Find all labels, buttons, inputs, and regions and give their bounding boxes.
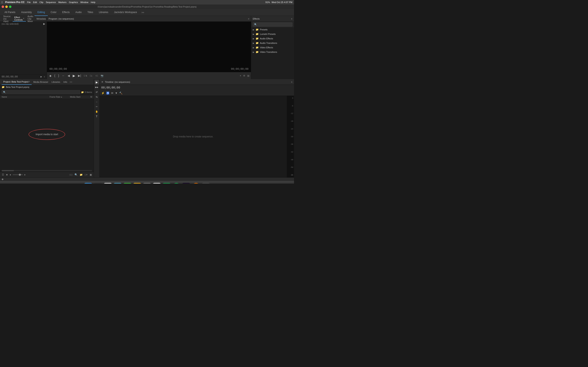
dock-launchpad[interactable]: 🚀: [94, 183, 103, 184]
monitor-overwrite-btn[interactable]: □↓: [89, 74, 93, 77]
workspace-tab-audio[interactable]: Audio: [72, 9, 85, 16]
fullscreen-button[interactable]: [9, 6, 11, 8]
tab-media-browser[interactable]: Media Browser: [32, 79, 50, 85]
sort-icon[interactable]: ♦: [24, 173, 26, 176]
new-bin-btn[interactable]: □□: [69, 173, 73, 176]
monitor-insert-btn[interactable]: □↴: [83, 74, 88, 77]
monitor-mark-out-btn[interactable]: }: [57, 74, 60, 78]
monitor-step-back-btn[interactable]: ◀: [67, 74, 71, 78]
monitor-lift-btn[interactable]: ↑□: [95, 74, 99, 77]
new-bin-icon[interactable]: 📁: [81, 91, 84, 94]
dock-word[interactable]: 📄: [162, 183, 171, 184]
tool-slip[interactable]: ✋: [95, 109, 99, 114]
zoom-slider[interactable]: [13, 174, 23, 175]
col-framerate-header[interactable]: Frame Rate ▲: [50, 96, 70, 98]
source-export-icon[interactable]: ⇧: [44, 75, 45, 78]
list-view-icon[interactable]: ☰: [1, 173, 5, 176]
tl-tool-snap[interactable]: ⚡: [101, 92, 104, 95]
menu-window[interactable]: Window: [80, 1, 88, 3]
menu-graphics[interactable]: Graphics: [69, 1, 78, 3]
tool-rate-stretch[interactable]: ↔: [95, 100, 99, 104]
search-btn[interactable]: 🔍: [74, 173, 78, 176]
menu-help[interactable]: Help: [91, 1, 95, 3]
dock-finder[interactable]: 😁: [84, 183, 93, 184]
expand-arrow-icon[interactable]: ▶: [43, 22, 45, 25]
effect-item-presets[interactable]: ▶ 📁 Presets: [251, 27, 294, 32]
monitor-export-frame-btn[interactable]: 📷: [100, 74, 104, 77]
new-item-btn[interactable]: □+: [84, 173, 88, 176]
effect-item-video-effects[interactable]: ▶ 📁 Video Effects: [251, 45, 294, 50]
tl-tool-link[interactable]: ♿: [106, 92, 109, 95]
dock-calendar[interactable]: 25: [103, 183, 112, 184]
delete-btn[interactable]: ▣: [89, 173, 93, 176]
timeline-menu-icon[interactable]: ≡: [291, 81, 292, 83]
tab-metadata[interactable]: Metadata: [35, 16, 48, 22]
dock-messages[interactable]: 💬: [123, 183, 132, 184]
effects-search-input[interactable]: [253, 22, 292, 26]
tl-tool-settings[interactable]: ▼: [115, 92, 118, 95]
monitor-play-btn[interactable]: ▶: [72, 73, 76, 78]
monitor-go-in-btn[interactable]: ←: [61, 74, 66, 78]
tl-tool-add-marker[interactable]: ✉: [111, 92, 113, 95]
tab-effect-controls[interactable]: Effect Controls ≡: [13, 16, 26, 22]
tool-rolling-edit[interactable]: ⇆: [95, 95, 99, 99]
menu-edit[interactable]: Edit: [33, 1, 37, 3]
import-media-button[interactable]: Import media to start: [29, 129, 65, 140]
dock-trash[interactable]: 🗑: [201, 183, 210, 184]
monitor-add-btn[interactable]: +: [240, 75, 241, 77]
monitor-settings-icon[interactable]: ⚙: [243, 75, 245, 77]
tool-razor[interactable]: ✂: [95, 104, 99, 109]
workspace-tabs-more[interactable]: >>: [140, 11, 146, 14]
project-panel-expand[interactable]: >>: [69, 81, 73, 83]
timeline-drop-area[interactable]: Drop media here to create sequence.: [100, 96, 287, 177]
tool-selection[interactable]: ▶: [95, 80, 99, 84]
workspace-tab-editing[interactable]: Editing: [35, 9, 48, 16]
tool-text[interactable]: T: [95, 114, 99, 119]
dock-chrome[interactable]: 🌎: [152, 183, 161, 184]
project-search-input[interactable]: [2, 90, 80, 94]
menu-markers[interactable]: Markers: [58, 1, 67, 3]
tab-libraries[interactable]: Libraries: [50, 79, 62, 85]
dock-system-prefs[interactable]: ⚙: [143, 183, 151, 184]
menu-clip[interactable]: Clip: [39, 1, 43, 3]
zoom-icon[interactable]: ●: [9, 173, 12, 176]
menu-file[interactable]: File: [27, 1, 31, 3]
new-folder-btn[interactable]: 📁: [79, 173, 83, 176]
dock-premiere[interactable]: Pr: [182, 183, 191, 184]
workspace-tab-effects[interactable]: Effects: [60, 9, 72, 16]
effects-panel-menu-icon[interactable]: ≡: [291, 17, 292, 20]
tool-track-select[interactable]: ▶▶: [95, 85, 99, 89]
tab-info[interactable]: Info: [62, 79, 69, 85]
monitor-mark-in-btn[interactable]: {: [53, 74, 56, 78]
monitor-fullscreen-icon[interactable]: ▤: [247, 75, 249, 77]
tool-ripple-edit[interactable]: ⇄: [95, 90, 99, 94]
workspace-tab-assembly[interactable]: Assembly: [18, 9, 35, 16]
workspace-tab-jacinda[interactable]: Jacinda's Workspace: [111, 9, 140, 16]
tab-project[interactable]: Project: Beta Test Project ≡: [2, 79, 32, 85]
workspace-tab-all-panels[interactable]: All Panels: [2, 9, 18, 16]
monitor-step-forward-btn[interactable]: ▶|: [77, 74, 82, 78]
dock-firefox[interactable]: 🌎: [191, 183, 200, 184]
workspace-tab-titles[interactable]: Titles: [85, 9, 96, 16]
minimize-button[interactable]: [5, 6, 8, 8]
tab-source[interactable]: Source: (no clips): [2, 16, 13, 22]
effect-item-audio-effects[interactable]: ▶ 📁 Audio Effects: [251, 36, 294, 41]
menu-sequence[interactable]: Sequence: [46, 1, 56, 3]
grid-view-icon[interactable]: ■: [6, 173, 8, 176]
dock-spotify[interactable]: ♫: [172, 183, 181, 184]
program-monitor-menu-icon[interactable]: ≡: [248, 17, 249, 20]
timeline-close-btn[interactable]: ✕: [101, 81, 103, 83]
tab-audio-clip-mixer[interactable]: Audio Clip Mixer: [26, 16, 35, 22]
effect-item-video-transitions[interactable]: ▶ 📁 Video Transitions: [251, 50, 294, 54]
dock-music[interactable]: 🎵: [133, 183, 142, 184]
close-button[interactable]: [2, 6, 4, 8]
workspace-tab-libraries[interactable]: Libraries: [96, 9, 111, 16]
timeline-timecode-display[interactable]: 00;00;00;00: [101, 86, 120, 89]
apple-menu[interactable]: : [2, 1, 3, 4]
effect-item-audio-transitions[interactable]: ▶ 📁 Audio Transitions: [251, 41, 294, 45]
dock-files[interactable]: 📁: [113, 183, 122, 184]
workspace-tab-color[interactable]: Color: [48, 9, 60, 16]
effect-item-lumetri-presets[interactable]: ▶ 📁 Lumetri Presets: [251, 32, 294, 36]
monitor-mark-in-icon[interactable]: ◆: [49, 74, 52, 78]
tl-tool-wrench[interactable]: 🔨: [119, 92, 122, 95]
